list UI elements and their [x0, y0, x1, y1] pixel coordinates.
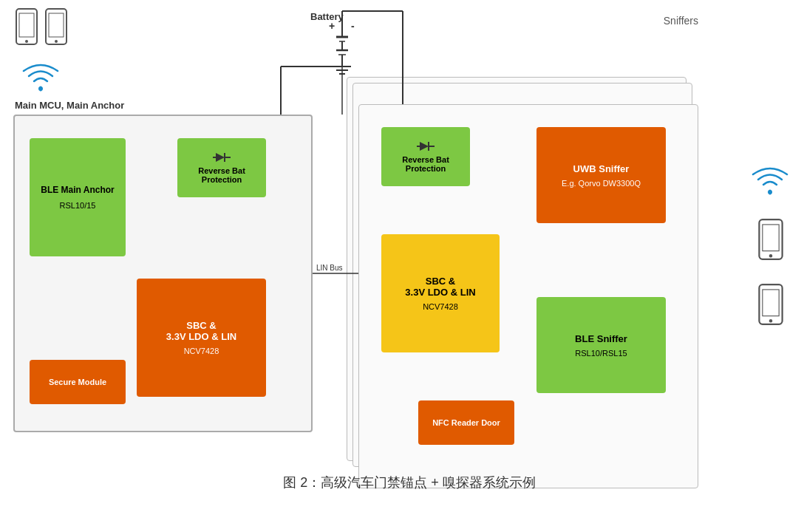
ble-anchor-line2: RSL10/15: [60, 201, 96, 210]
caption: 图 2：高级汽车门禁锚点 + 嗅探器系统示例: [7, 466, 804, 499]
svg-rect-52: [19, 13, 34, 37]
uwb-sniffer-line1: UWB Sniffer: [573, 163, 630, 174]
ble-sniffer-line2: RSL10/RSL15: [575, 349, 627, 358]
uwb-sniffer-block: UWB Sniffer E.g. Qorvo DW3300Q: [536, 127, 666, 223]
diode-symbol-mcu: [213, 151, 231, 163]
svg-rect-71: [762, 290, 778, 316]
sbc-mcu-line2: 3.3V LDO & LIN: [166, 331, 236, 342]
sbc-mcu-block: SBC & 3.3V LDO & LIN NCV7428: [137, 279, 266, 397]
rev-bat-mcu-line2: Protection: [202, 175, 242, 184]
sbc-sniffer-line1: SBC &: [426, 276, 455, 287]
ble-sniffer-block: BLE Sniffer RSL10/RSL15: [536, 297, 666, 393]
sbc-sniffer-line3: NCV7428: [423, 302, 458, 311]
rev-bat-mcu-line1: Reverse Bat: [198, 166, 245, 175]
nfc-label: NFC Reader Door: [432, 418, 500, 427]
main-mcu-label: Main MCU, Main Anchor: [15, 100, 124, 111]
sbc-mcu-line1: SBC &: [186, 320, 216, 331]
rev-bat-mcu-block: Reverse Bat Protection: [177, 138, 266, 197]
svg-marker-62: [420, 142, 429, 151]
phone-icon-right-1: [757, 218, 784, 261]
phones-right: [750, 163, 791, 326]
main-mcu-box: Main MCU, Main Anchor BLE Main Anchor RS…: [13, 115, 313, 432]
nfc-block: NFC Reader Door: [418, 400, 514, 445]
ble-anchor-block: BLE Main Anchor RSL10/15: [30, 138, 126, 256]
svg-rect-55: [49, 13, 64, 37]
sniffer-panel-main: Reverse Bat Protection UWB Sniffer E.g. …: [358, 104, 698, 488]
svg-point-53: [25, 40, 28, 43]
phone-icon-2: [44, 7, 68, 46]
svg-point-66: [768, 190, 772, 194]
wifi-signal-left: [21, 59, 61, 95]
wifi-signal-right: [750, 163, 791, 196]
svg-rect-68: [762, 225, 778, 251]
sniffers-container: Sniffers Reverse Bat Protection UWB Snif…: [336, 15, 713, 415]
sbc-sniffer-block: SBC & 3.3V LDO & LIN NCV7428: [381, 234, 500, 352]
phones-top-left: [15, 7, 68, 46]
svg-point-69: [769, 254, 771, 257]
svg-marker-58: [216, 153, 225, 162]
rev-bat-sniffer-line1: Reverse Bat: [402, 155, 449, 164]
ble-sniffer-line1: BLE Sniffer: [575, 333, 627, 344]
sbc-sniffer-line2: 3.3V LDO & LIN: [405, 287, 475, 298]
rev-bat-sniffer-block: Reverse Bat Protection: [381, 127, 470, 186]
rev-bat-sniffer-line2: Protection: [406, 164, 446, 173]
secure-module-label: Secure Module: [49, 378, 106, 386]
svg-point-57: [38, 86, 43, 91]
uwb-sniffer-line2: E.g. Qorvo DW3300Q: [562, 179, 641, 188]
sniffers-label: Sniffers: [336, 15, 713, 27]
diagram-container: + - UART SPI or I2C 3.3V LIN: [0, 0, 804, 502]
svg-point-56: [55, 40, 58, 43]
phone-icon-1: [15, 7, 38, 46]
sbc-mcu-line3: NCV7428: [184, 347, 219, 355]
secure-module-block: Secure Module: [30, 360, 126, 404]
ble-anchor-line1: BLE Main Anchor: [41, 185, 115, 195]
phone-icon-right-2: [757, 283, 784, 326]
svg-point-72: [769, 319, 771, 322]
diode-symbol-sniffer: [417, 140, 435, 152]
